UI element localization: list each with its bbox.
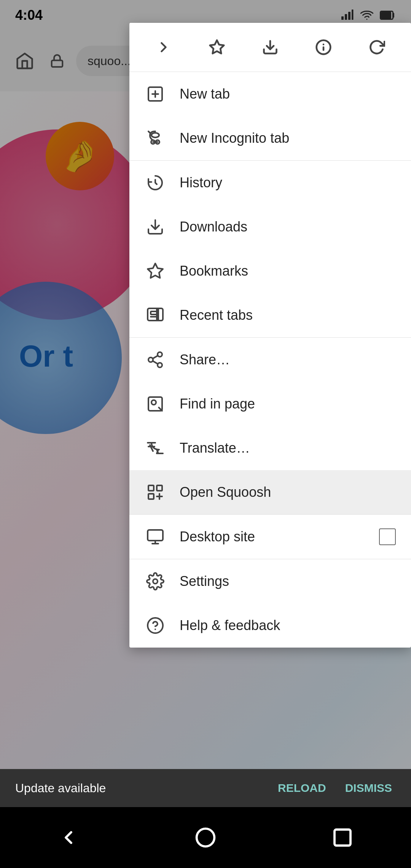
svg-line-19 [148, 131, 150, 133]
svg-rect-37 [148, 530, 163, 541]
bottom-navigation [0, 807, 411, 868]
menu-item-help-feedback[interactable]: Help & feedback [129, 603, 411, 648]
desktop-site-icon [145, 526, 166, 547]
update-banner: Update available RELOAD DISMISS [0, 769, 411, 807]
downloads-icon [145, 216, 166, 238]
find-in-page-icon [145, 393, 166, 415]
update-actions: RELOAD DISMISS [274, 778, 396, 798]
settings-label: Settings [180, 573, 396, 589]
home-button[interactable] [186, 819, 225, 857]
svg-point-43 [197, 829, 215, 847]
new-tab-label: New tab [180, 86, 396, 102]
dismiss-button[interactable]: DISMISS [341, 778, 396, 798]
menu-item-downloads[interactable]: Downloads [129, 205, 411, 249]
svg-marker-8 [210, 40, 224, 54]
find-in-page-label: Find in page [180, 396, 396, 412]
menu-item-find-in-page[interactable]: Find in page [129, 382, 411, 426]
svg-marker-21 [148, 263, 163, 278]
menu-item-open-squoosh[interactable]: Open Squoosh [129, 470, 411, 514]
svg-rect-36 [148, 494, 154, 499]
menu-item-share[interactable]: Share… [129, 338, 411, 382]
recent-tabs-icon [145, 305, 166, 326]
forward-button[interactable] [148, 32, 179, 62]
svg-point-18 [151, 133, 159, 137]
new-tab-icon [145, 83, 166, 105]
open-squoosh-label: Open Squoosh [180, 484, 396, 500]
menu-item-recent-tabs[interactable]: Recent tabs [129, 293, 411, 337]
svg-point-40 [153, 579, 158, 584]
desktop-site-checkbox[interactable] [379, 528, 396, 545]
translate-label: Translate… [180, 440, 396, 456]
svg-line-29 [153, 361, 158, 364]
downloads-label: Downloads [180, 219, 396, 235]
menu-item-new-tab[interactable]: New tab [129, 72, 411, 116]
svg-point-32 [151, 400, 156, 405]
svg-rect-34 [148, 485, 154, 491]
desktop-site-label: Desktop site [180, 529, 365, 545]
back-button[interactable] [49, 819, 88, 857]
recent-tabs-label: Recent tabs [180, 307, 396, 323]
incognito-icon [145, 128, 166, 149]
share-icon [145, 349, 166, 370]
menu-item-bookmarks[interactable]: Bookmarks [129, 249, 411, 293]
svg-rect-35 [157, 485, 162, 491]
history-icon [145, 172, 166, 193]
info-button[interactable] [308, 32, 339, 62]
history-label: History [180, 175, 396, 191]
menu-toolbar [129, 23, 411, 72]
menu-item-history[interactable]: History [129, 161, 411, 205]
refresh-button[interactable] [362, 32, 392, 62]
help-feedback-icon [145, 615, 166, 636]
open-squoosh-icon [145, 482, 166, 503]
svg-line-30 [153, 356, 158, 359]
bookmarks-icon [145, 260, 166, 282]
bookmark-button[interactable] [202, 32, 232, 62]
new-incognito-tab-label: New Incognito tab [180, 130, 396, 146]
share-label: Share… [180, 352, 396, 368]
svg-rect-44 [335, 830, 350, 846]
svg-rect-23 [151, 311, 157, 314]
settings-icon [145, 571, 166, 592]
update-text: Update available [15, 781, 106, 795]
menu-item-desktop-site[interactable]: Desktop site [129, 515, 411, 559]
reload-button[interactable]: RELOAD [274, 778, 330, 798]
svg-rect-25 [157, 308, 158, 321]
download-button[interactable] [255, 32, 285, 62]
help-feedback-label: Help & feedback [180, 617, 396, 633]
menu-item-settings[interactable]: Settings [129, 559, 411, 603]
translate-icon [145, 437, 166, 459]
menu-item-new-incognito-tab[interactable]: New Incognito tab [129, 116, 411, 160]
dropdown-menu: New tab New Incognito tab History [129, 23, 411, 648]
recents-button[interactable] [323, 819, 362, 857]
menu-item-translate[interactable]: Translate… [129, 426, 411, 470]
bookmarks-label: Bookmarks [180, 263, 396, 279]
